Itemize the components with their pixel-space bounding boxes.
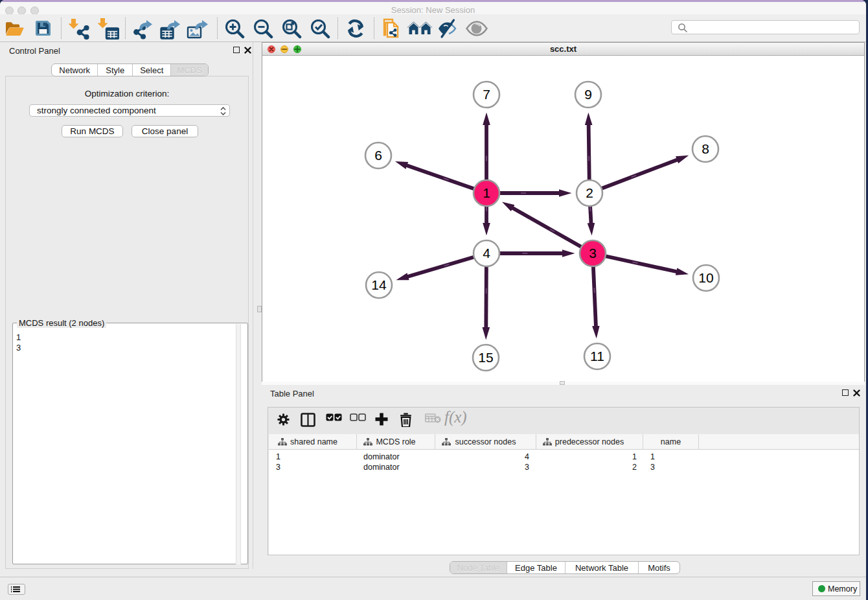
svg-text:9: 9 [584,87,592,102]
svg-text:8: 8 [702,141,709,156]
svg-text:15: 15 [478,350,493,365]
svg-text:2: 2 [586,185,593,200]
svg-text:10: 10 [698,270,713,285]
svg-text:6: 6 [374,148,382,163]
svg-text:7: 7 [483,87,490,102]
svg-text:14: 14 [371,277,387,292]
svg-text:4: 4 [483,246,490,260]
svg-text:1: 1 [483,185,490,200]
svg-text:11: 11 [590,349,604,363]
svg-text:3: 3 [589,246,597,260]
